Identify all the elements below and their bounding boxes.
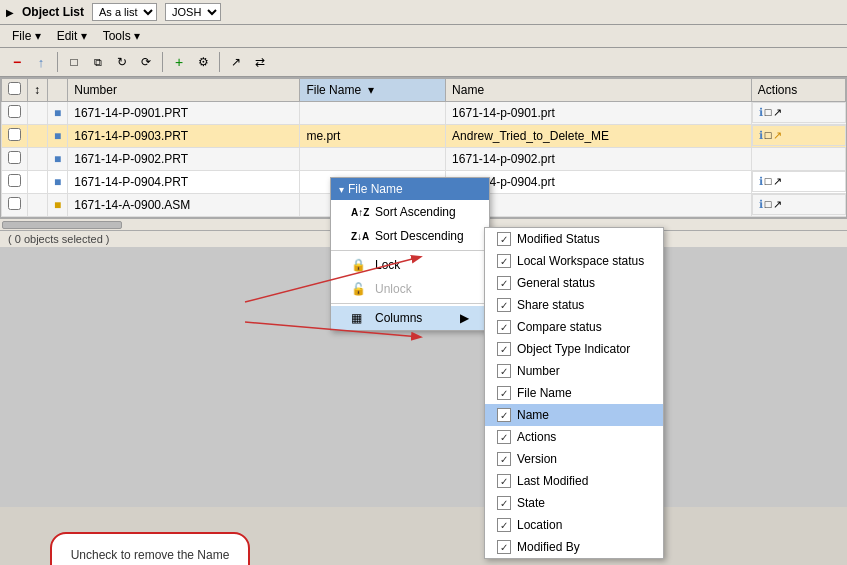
submenu-check-name[interactable] bbox=[497, 408, 511, 422]
submenu-check-modified-by[interactable] bbox=[497, 540, 511, 554]
submenu-item-last-modified[interactable]: Last Modified bbox=[485, 470, 663, 492]
minus-icon: − bbox=[13, 54, 21, 70]
top-bar-expand-icon[interactable]: ▶ bbox=[6, 7, 14, 18]
submenu-check-last-modified[interactable] bbox=[497, 474, 511, 488]
action-arrow-icon-2[interactable]: ↗ bbox=[773, 129, 782, 142]
submenu-item-modified-status[interactable]: Modified Status bbox=[485, 228, 663, 250]
row-name-1: 1671-14-p-0901.prt bbox=[446, 102, 752, 125]
row-cb-5[interactable] bbox=[2, 194, 28, 217]
ctx-header-dropdown-icon: ▾ bbox=[339, 184, 344, 195]
submenu-item-actions[interactable]: Actions bbox=[485, 426, 663, 448]
menu-file[interactable]: File ▾ bbox=[6, 27, 47, 45]
submenu-check-filename[interactable] bbox=[497, 386, 511, 400]
row-actions-4[interactable]: ℹ □ ↗ bbox=[752, 171, 846, 192]
action-arrow-icon-5[interactable]: ↗ bbox=[773, 198, 782, 211]
submenu-check-share-status[interactable] bbox=[497, 298, 511, 312]
user-select[interactable]: JOSH bbox=[165, 3, 221, 21]
col-header-cb[interactable] bbox=[2, 79, 28, 102]
action-doc-icon-5[interactable]: □ bbox=[765, 198, 772, 211]
row-icon-1: ■ bbox=[48, 102, 68, 125]
unlock-icon: 🔓 bbox=[351, 282, 367, 296]
row-cb-2[interactable] bbox=[2, 125, 28, 148]
submenu-item-compare-status[interactable]: Compare status bbox=[485, 316, 663, 338]
copy-doc-button[interactable]: ⧉ bbox=[87, 51, 109, 73]
submenu-check-number[interactable] bbox=[497, 364, 511, 378]
menu-edit[interactable]: Edit ▾ bbox=[51, 27, 93, 45]
remove-button[interactable]: − bbox=[6, 51, 28, 73]
submenu-item-share-status[interactable]: Share status bbox=[485, 294, 663, 316]
submenu-check-location[interactable] bbox=[497, 518, 511, 532]
submenu-check-modified-status[interactable] bbox=[497, 232, 511, 246]
submenu-item-name[interactable]: Name bbox=[485, 404, 663, 426]
submenu-item-object-type[interactable]: Object Type Indicator bbox=[485, 338, 663, 360]
col-header-num[interactable]: ↕ bbox=[28, 79, 48, 102]
submenu-check-object-type[interactable] bbox=[497, 342, 511, 356]
submenu-item-general-status[interactable]: General status bbox=[485, 272, 663, 294]
settings-button[interactable]: ⚙ bbox=[192, 51, 214, 73]
scroll-thumb-h[interactable] bbox=[2, 221, 122, 229]
submenu-item-number[interactable]: Number bbox=[485, 360, 663, 382]
row-actions-5[interactable]: ℹ □ ↗ bbox=[752, 194, 846, 215]
toolbar-sep-1 bbox=[57, 52, 58, 72]
submenu-label-object-type: Object Type Indicator bbox=[517, 342, 630, 356]
new-doc-button[interactable]: □ bbox=[63, 51, 85, 73]
row-number-2: 1671-14-P-0903.PRT bbox=[68, 125, 300, 148]
action-doc-icon-2[interactable]: □ bbox=[765, 129, 772, 142]
col-header-number[interactable]: Number bbox=[68, 79, 300, 102]
action-arrow-icon-1[interactable]: ↗ bbox=[773, 106, 782, 119]
table-row: ■ 1671-14-P-0902.PRT 1671-14-p-0902.prt bbox=[2, 148, 846, 171]
add-button[interactable]: + bbox=[168, 51, 190, 73]
ctx-sort-descending-label: Sort Descending bbox=[375, 229, 464, 243]
submenu-item-version[interactable]: Version bbox=[485, 448, 663, 470]
sync-button[interactable]: ⇄ bbox=[249, 51, 271, 73]
menu-tools[interactable]: Tools ▾ bbox=[97, 27, 146, 45]
row-number-5: 1671-14-A-0900.ASM bbox=[68, 194, 300, 217]
action-info-icon-5[interactable]: ℹ bbox=[759, 198, 763, 211]
diag-arrow-button[interactable]: ↗ bbox=[225, 51, 247, 73]
select-all-checkbox[interactable] bbox=[8, 82, 21, 95]
ctx-unlock[interactable]: 🔓 Unlock bbox=[331, 277, 489, 301]
submenu-item-local-workspace[interactable]: Local Workspace status bbox=[485, 250, 663, 272]
ctx-lock-label: Lock bbox=[375, 258, 400, 272]
add-icon: + bbox=[175, 54, 183, 70]
submenu-check-state[interactable] bbox=[497, 496, 511, 510]
submenu-item-modified-by[interactable]: Modified By bbox=[485, 536, 663, 558]
action-doc-icon-4[interactable]: □ bbox=[765, 175, 772, 188]
submenu-check-general-status[interactable] bbox=[497, 276, 511, 290]
move-up-button[interactable]: ↑ bbox=[30, 51, 52, 73]
refresh-button-2[interactable]: ⟳ bbox=[135, 51, 157, 73]
refresh-button-1[interactable]: ↻ bbox=[111, 51, 133, 73]
col-header-name[interactable]: Name bbox=[446, 79, 752, 102]
row-filename-1 bbox=[300, 102, 446, 125]
ctx-sort-descending[interactable]: Z↓A Sort Descending bbox=[331, 224, 489, 248]
view-select[interactable]: As a list bbox=[92, 3, 157, 21]
row-num-5 bbox=[28, 194, 48, 217]
row-cb-4[interactable] bbox=[2, 171, 28, 194]
row-actions-1[interactable]: ℹ □ ↗ bbox=[752, 102, 846, 123]
col-header-filename[interactable]: File Name ▾ bbox=[300, 79, 446, 102]
action-info-icon-1[interactable]: ℹ bbox=[759, 106, 763, 119]
submenu-item-filename[interactable]: File Name bbox=[485, 382, 663, 404]
row-name-4: 1671-14-p-0904.prt bbox=[446, 171, 752, 194]
ctx-columns[interactable]: ▦ Columns ▶ bbox=[331, 306, 489, 330]
submenu-check-compare-status[interactable] bbox=[497, 320, 511, 334]
row-cb-1[interactable] bbox=[2, 102, 28, 125]
action-doc-icon-1[interactable]: □ bbox=[765, 106, 772, 119]
ctx-lock[interactable]: 🔒 Lock bbox=[331, 253, 489, 277]
row-actions-2[interactable]: ℹ □ ↗ bbox=[752, 125, 846, 146]
action-arrow-icon-4[interactable]: ↗ bbox=[773, 175, 782, 188]
table-row: ■ 1671-14-P-0903.PRT me.prt Andrew_Tried… bbox=[2, 125, 846, 148]
action-info-icon-2[interactable]: ℹ bbox=[759, 129, 763, 142]
columns-submenu: Modified Status Local Workspace status G… bbox=[484, 227, 664, 559]
submenu-check-version[interactable] bbox=[497, 452, 511, 466]
callout-text: Uncheck to remove the Name and Number co… bbox=[71, 548, 230, 565]
submenu-item-location[interactable]: Location bbox=[485, 514, 663, 536]
action-info-icon-4[interactable]: ℹ bbox=[759, 175, 763, 188]
submenu-item-state[interactable]: State bbox=[485, 492, 663, 514]
col-header-icon[interactable] bbox=[48, 79, 68, 102]
submenu-check-actions[interactable] bbox=[497, 430, 511, 444]
ctx-sort-ascending[interactable]: A↑Z Sort Ascending bbox=[331, 200, 489, 224]
row-cb-3[interactable] bbox=[2, 148, 28, 171]
col-header-actions[interactable]: Actions bbox=[751, 79, 845, 102]
submenu-check-local-workspace[interactable] bbox=[497, 254, 511, 268]
